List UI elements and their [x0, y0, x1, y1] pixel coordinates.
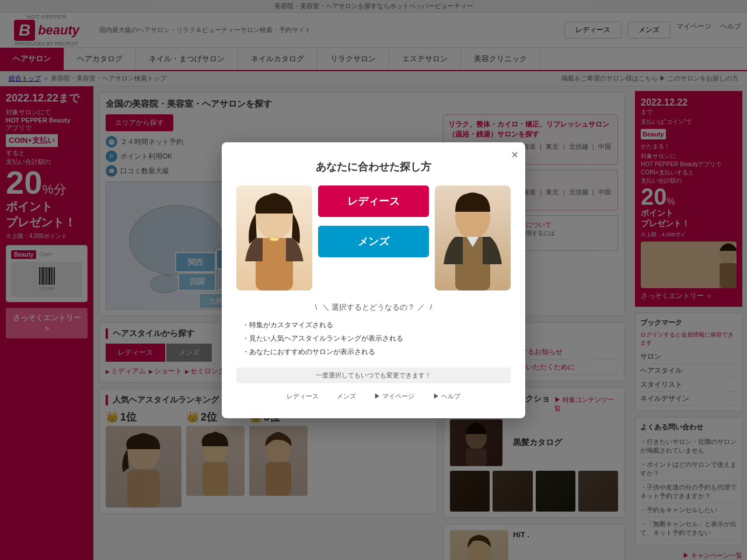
modal-male-image: [435, 186, 511, 290]
modal-bullet-1: 特集がカスタマイズされる: [242, 318, 511, 332]
modal-link-help[interactable]: ▶ ヘルプ: [433, 392, 460, 401]
modal-center: レディース メンズ: [318, 186, 429, 257]
modal-dialog: × あなたに合わせた探し方: [222, 142, 525, 418]
modal-bottom-links: レディース メンズ ▶ マイページ ▶ ヘルプ: [236, 392, 511, 401]
modal-link-ladies[interactable]: レディース: [287, 392, 319, 401]
modal-ladies-button[interactable]: レディース: [318, 186, 429, 217]
modal-mens-button[interactable]: メンズ: [318, 226, 429, 257]
modal-link-mens[interactable]: メンズ: [337, 392, 356, 401]
modal-title: あなたに合わせた探し方: [236, 160, 511, 174]
modal-images: レディース メンズ: [236, 186, 511, 290]
modal-bullet-3: あなたにおすすめのサロンが表示される: [242, 345, 511, 359]
modal-male-svg: [435, 186, 511, 290]
modal-info-title: ＼ 選択するとどうなるの？ ／: [236, 302, 511, 313]
modal-female-image: [236, 186, 312, 290]
modal-link-mypage[interactable]: ▶ マイページ: [374, 392, 414, 401]
modal-overlay[interactable]: × あなたに合わせた探し方: [0, 0, 747, 560]
modal-bullet-2: 見たい人気ヘアスタイルランキングが表示される: [242, 332, 511, 345]
modal-bullets: 特集がカスタマイズされる 見たい人気ヘアスタイルランキングが表示される あなたに…: [236, 318, 511, 359]
svg-point-19: [270, 237, 279, 241]
modal-close-button[interactable]: ×: [511, 148, 518, 162]
modal-change-note: 一度選択してもいつでも変更できます！: [236, 368, 511, 383]
modal-female-svg: [236, 186, 312, 290]
